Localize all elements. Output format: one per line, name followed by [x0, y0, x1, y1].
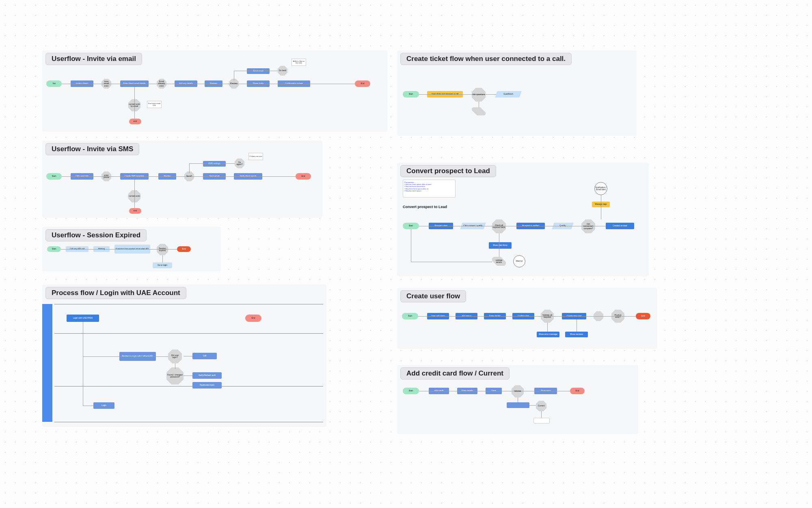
decision: Check all required fields: [492, 219, 506, 233]
node: Show alert Error: [489, 242, 512, 249]
annotation: If not exist create new: [147, 101, 162, 108]
decision: Go back: [278, 66, 287, 76]
node-end: end: [129, 208, 141, 214]
lane-label: [42, 304, 52, 422]
decision: Session expired: [157, 244, 168, 255]
node-end: End: [636, 313, 650, 319]
node-circle: Wait for: [513, 255, 525, 267]
node-start: Start: [47, 246, 61, 252]
node: Redirected back: [192, 382, 222, 389]
section-uae-login[interactable]: Process flow / Login with UAE Account Lo…: [42, 284, 326, 427]
title-invite-email: Userflow - Invite via email: [45, 53, 142, 65]
node: SMS settings: [203, 161, 226, 167]
node: [507, 402, 529, 408]
node: Login: [93, 402, 114, 409]
subtitle: Convert prospect to Lead: [403, 205, 447, 209]
annotation: If it does not exist: [248, 153, 263, 160]
node: Show success: [565, 332, 588, 337]
section-credit-card[interactable]: Add credit card flow / Current Start Add…: [397, 365, 638, 434]
title-session-expired: Userflow - Session Expired: [45, 229, 147, 241]
node-end: End: [570, 388, 585, 394]
decision: Go again?: [235, 158, 244, 168]
decision: Did user login?: [168, 350, 182, 363]
section-create-user[interactable]: Create user flow Start User call Users A…: [397, 288, 657, 349]
decision: Current: [536, 401, 546, 411]
decision: Ask questions: [472, 88, 486, 102]
decision: Validate all required: [541, 310, 554, 323]
title-invite-sms: Userflow - Invite via SMS: [45, 143, 139, 155]
node: Goal/finish: [495, 91, 521, 98]
node: Call: [192, 353, 217, 359]
node: Show error message: [537, 332, 559, 337]
node-start: Start: [403, 223, 419, 229]
section-invite-sms[interactable]: Userflow - Invite via SMS Start Click se…: [42, 141, 322, 218]
decision: Did conversion complete?: [581, 219, 595, 233]
title-ticket: Create ticket flow when user connected t…: [400, 53, 572, 65]
node-start: Start: [403, 91, 419, 98]
section-convert[interactable]: Convert prospect to Lead Prerequisites..…: [397, 163, 649, 276]
title-uae: Process flow / Login with UAE Account: [45, 287, 186, 299]
node-end: End: [245, 315, 261, 322]
decision: Found / changed password?: [166, 367, 184, 384]
node: Verify/Refresh auth: [192, 372, 222, 379]
node-end: end: [129, 119, 141, 124]
node-circle: Notification / Email alert: [594, 182, 607, 195]
node: Go to login: [153, 263, 172, 268]
node: [533, 418, 550, 423]
decision: Email already exist: [157, 79, 166, 89]
decision: validate details: [492, 257, 506, 266]
node: Login with UAE PASS: [67, 315, 99, 322]
notes: Prerequisites... • Step one lorem ipsum …: [403, 180, 456, 198]
decision: Validate: [512, 385, 524, 397]
decision: Product exist?: [611, 310, 624, 323]
node-end: End: [177, 246, 191, 252]
annotation: Add to a flow as has exist: [292, 59, 306, 66]
node-start: Start: [46, 173, 62, 180]
node-end: End: [296, 173, 311, 180]
node-end: End: [355, 80, 370, 87]
title-credit-card: Add credit card flow / Current: [400, 367, 510, 380]
node-start: Yes: [46, 80, 62, 87]
node: Created as lead: [606, 223, 634, 229]
title-convert: Convert prospect to Lead: [400, 165, 496, 177]
section-session-expired[interactable]: Userflow - Session Expired Start Call an…: [42, 227, 221, 271]
decision: does email exist: [102, 79, 111, 89]
section-ticket[interactable]: Create ticket flow when user connected t…: [397, 50, 637, 136]
decision: enter phone: [102, 172, 111, 181]
section-invite-email[interactable]: Userflow - Invite via email Yes Invite a…: [42, 50, 387, 132]
title-create-user: Create user flow: [400, 290, 466, 302]
decision: [472, 107, 486, 115]
node-start: Start: [403, 388, 419, 394]
node: Send email: [247, 68, 270, 74]
node-start: Start: [402, 313, 418, 319]
